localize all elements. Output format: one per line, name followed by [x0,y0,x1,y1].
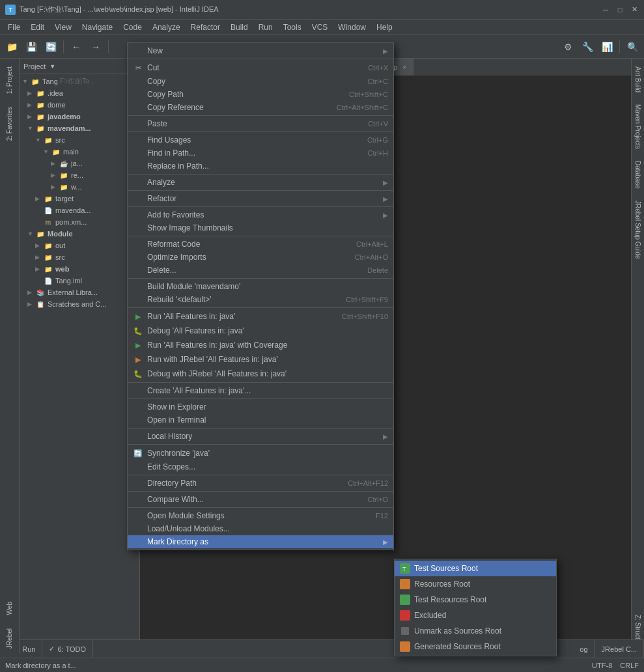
ctx-compare-with[interactable]: Compare With... Ctrl+D [128,493,393,506]
ctx-run-jrebel[interactable]: ▶ Run with JRebel 'All Features in: java… [128,352,393,367]
toolbar-btn-forward[interactable]: → [87,38,105,56]
ctx-rebuild[interactable]: Rebuild '<default>' Ctrl+Shift+F9 [128,293,393,306]
ctx-replace-in-path[interactable]: Replace in Path... [128,160,393,173]
tree-out[interactable]: ▶ 📁 out [20,240,139,251]
menu-run[interactable]: Run [253,21,278,33]
menu-tools[interactable]: Tools [278,21,307,33]
ctx-cut[interactable]: ✂ Cut Ctrl+X [128,61,393,75]
ctx-show-explorer[interactable]: Show in Explorer [128,400,393,413]
ctx-new[interactable]: New ▶ [128,44,393,57]
toolbar-btn-1[interactable]: 📁 [3,38,21,56]
menu-build[interactable]: Build [225,21,253,33]
ctx-delete[interactable]: Delete... Delete [128,264,393,277]
tree-root-tang[interactable]: ▼ 📁 Tang F:\作业\Ta... [20,76,139,87]
ctx-sep-14 [128,475,393,475]
sidebar-maven-projects[interactable]: Maven Projects [633,99,643,154]
menu-vcs[interactable]: VCS [307,21,333,33]
ctx-module-settings[interactable]: Open Module Settings F12 [128,509,393,522]
toolbar-btn-back[interactable]: ← [67,38,85,56]
toolbar-btn-profile[interactable]: 📊 [598,38,616,56]
ctx-open-terminal[interactable]: Open in Terminal [128,413,393,427]
tree-main[interactable]: ▼ 📁 main [20,146,139,158]
bottom-tab-jrebel[interactable]: JRebel C... [595,640,644,658]
tree-dome[interactable]: ▶ 📁 dome [20,99,139,111]
sidebar-item-web[interactable]: Web [3,596,16,620]
ctx-copy-reference[interactable]: Copy Reference Ctrl+Alt+Shift+C [128,101,393,114]
menu-refactor[interactable]: Refactor [186,21,225,33]
ctx-create[interactable]: Create 'All Features in: java'... [128,384,393,397]
tree-java[interactable]: ▶ ☕ ja... [20,158,139,169]
close-button[interactable]: ✕ [630,5,639,14]
sidebar-ant-build[interactable]: Ant Build [633,61,643,98]
submenu-excluded[interactable]: Excluded [395,608,556,623]
toolbar-btn-debug[interactable]: 🔧 [578,38,596,56]
tree-web[interactable]: ▶ 📁 web [20,263,139,275]
menu-edit[interactable]: Edit [25,21,49,33]
tree-tang-iml[interactable]: ▶ 📄 Tang.iml [20,275,139,287]
tree-external-libs[interactable]: ▶ 📚 External Libra... [20,287,139,298]
ctx-find-in-path[interactable]: Find in Path... Ctrl+H [128,147,393,160]
toolbar-btn-save[interactable]: 💾 [22,38,40,56]
ctx-run-coverage[interactable]: ▶ Run 'All Features in: java' with Cover… [128,338,393,352]
tree-src[interactable]: ▼ 📁 src [20,134,139,146]
submenu-unmark[interactable]: Unmark as Sources Root [395,623,556,639]
ctx-synchronize[interactable]: 🔄 Synchronize 'java' [128,446,393,460]
ctx-analyze[interactable]: Analyze ▶ [128,176,393,189]
tree-javademo[interactable]: ▶ 📁 javademo [20,111,139,122]
toolbar-btn-refresh[interactable]: 🔄 [42,38,60,56]
menu-view[interactable]: View [49,21,77,33]
sidebar-item-jrebel[interactable]: JRebel [3,623,16,654]
menu-code[interactable]: Code [118,21,147,33]
ctx-directory-path[interactable]: Directory Path Ctrl+Alt+F12 [128,477,393,490]
maximize-button[interactable]: □ [615,5,624,14]
ctx-paste[interactable]: Paste Ctrl+V [128,117,393,130]
menu-navigate[interactable]: Navigate [77,21,118,33]
status-encoding[interactable]: UTF-8 [592,662,612,669]
tree-target[interactable]: ▶ 📁 target [20,193,139,204]
ctx-reformat[interactable]: Reformat Code Ctrl+Alt+L [128,238,393,251]
ctx-load-modules[interactable]: Load/Unload Modules... [128,522,393,535]
ctx-debug-jrebel[interactable]: 🐛 Debug with JRebel 'All Features in: ja… [128,367,393,381]
toolbar-btn-run[interactable]: ⚙ [559,38,577,56]
ctx-local-history[interactable]: Local History ▶ [128,430,393,443]
menu-window[interactable]: Window [333,21,371,33]
menu-help[interactable]: Help [371,21,398,33]
submenu-test-resources-root[interactable]: Test Resources Root [395,592,556,608]
tree-module[interactable]: ▼ 📁 Module [20,228,139,240]
jrebel-tab-label: JRebel C... [602,645,637,653]
sidebar-jrebel-guide[interactable]: JRebel Setup Guide [633,195,643,264]
status-line-ending[interactable]: CRLF [620,662,639,669]
ctx-mark-directory[interactable]: Mark Directory as ▶ [128,535,393,548]
tree-resources[interactable]: ▶ 📁 re... [20,169,139,181]
tree-scratches[interactable]: ▶ 📋 Scratches and C... [20,298,139,310]
sidebar-item-favorites[interactable]: 2: Favorites [3,102,16,146]
tree-pom[interactable]: ▶ m pom.xm... [20,216,139,228]
bottom-tab-log[interactable]: og [573,640,595,658]
ctx-refactor[interactable]: Refactor ▶ [128,192,393,205]
ctx-debug-java[interactable]: 🐛 Debug 'All Features in: java' [128,324,393,338]
ctx-build-module[interactable]: Build Module 'mavendamo' [128,280,393,293]
tree-mavenda-file[interactable]: ▶ 📄 mavenda... [20,204,139,216]
ctx-add-favorites[interactable]: Add to Favorites ▶ [128,208,393,221]
ctx-show-thumbnails[interactable]: Show Image Thumbnails [128,221,393,234]
search-button[interactable]: 🔍 [623,38,641,56]
bottom-tab-todo[interactable]: ✓ 6: TODO [42,640,93,658]
ctx-copy-path[interactable]: Copy Path Ctrl+Shift+C [128,88,393,101]
ctx-find-usages[interactable]: Find Usages Ctrl+G [128,133,393,147]
minimize-button[interactable]: ─ [601,5,610,14]
submenu-generated-sources[interactable]: Generated Sources Root [395,639,556,654]
ctx-edit-scopes[interactable]: Edit Scopes... [128,460,393,473]
menu-file[interactable]: File [3,21,25,33]
ctx-run-java[interactable]: ▶ Run 'All Features in: java' Ctrl+Shift… [128,309,393,324]
ctx-optimize-imports[interactable]: Optimize Imports Ctrl+Alt+O [128,251,393,264]
tree-mavendam[interactable]: ▼ 📁 mavendam... [20,122,139,134]
sidebar-item-project[interactable]: 1: Project [3,61,16,99]
sidebar-database[interactable]: Database [633,156,643,194]
tree-idea[interactable]: ▶ 📁 .idea [20,87,139,99]
ctx-copy[interactable]: Copy Ctrl+C [128,75,393,88]
tree-webapp[interactable]: ▶ 📁 w... [20,181,139,193]
submenu-test-sources-root[interactable]: T Test Sources Root [395,561,556,576]
submenu-resources-root[interactable]: Resources Root [395,576,556,592]
tree-src2[interactable]: ▶ 📁 src [20,251,139,263]
menu-analyze[interactable]: Analyze [147,21,186,33]
